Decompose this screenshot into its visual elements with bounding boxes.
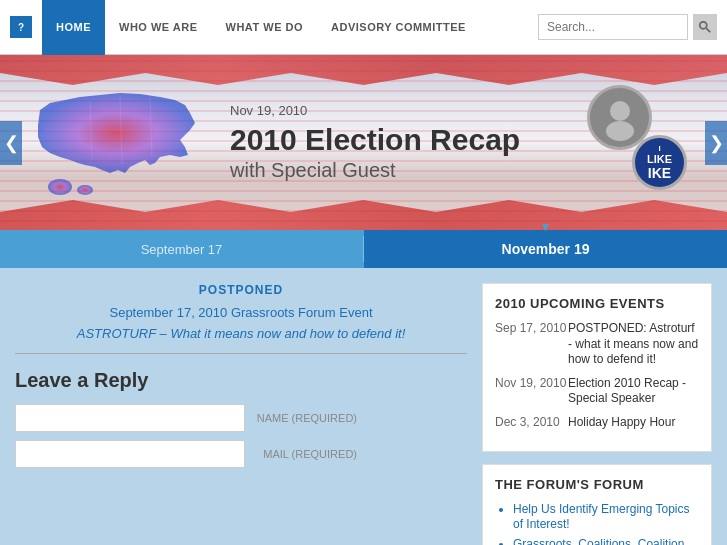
svg-point-0 xyxy=(700,22,707,29)
nav-advisory[interactable]: ADVISORY COMMITTEE xyxy=(317,0,480,55)
event-date-3: Dec 3, 2010 xyxy=(495,415,560,431)
svg-point-7 xyxy=(77,185,93,195)
search-button[interactable] xyxy=(693,14,717,40)
banner-subtitle: with Special Guest xyxy=(230,159,647,182)
nav-what-we-do[interactable]: WHAT WE DO xyxy=(212,0,318,55)
svg-point-6 xyxy=(48,179,72,195)
us-map xyxy=(30,75,220,205)
event-date-2: Nov 19, 2010 xyxy=(495,376,560,407)
next-button[interactable]: ❯ xyxy=(705,121,727,165)
logo: ? xyxy=(10,16,32,38)
event-desc-3: Holiday Happy Hour xyxy=(568,415,675,431)
prev-button[interactable]: ❮ xyxy=(0,121,22,165)
upcoming-events-section: 2010 UPCOMING EVENTS Sep 17, 2010 POSTPO… xyxy=(482,283,712,452)
banner-content: Nov 19, 2010 2010 Election Recap with Sp… xyxy=(230,55,647,230)
event-link[interactable]: September 17, 2010 Grassroots Forum Even… xyxy=(15,305,467,320)
name-input[interactable] xyxy=(15,404,245,432)
divider xyxy=(15,353,467,354)
ike-badge: I LIKE IKE xyxy=(632,135,687,190)
mail-input[interactable] xyxy=(15,440,245,468)
astroturf-link[interactable]: ASTROTURF – What it means now and how to… xyxy=(15,326,467,341)
svg-point-8 xyxy=(610,101,630,121)
nav-who-we-are[interactable]: WHO WE ARE xyxy=(105,0,212,55)
mail-label: MAIL (REQUIRED) xyxy=(245,448,365,460)
nav-home[interactable]: HOME xyxy=(42,0,105,55)
svg-point-9 xyxy=(606,121,634,141)
event-desc-2: Election 2010 Recap - Special Speaker xyxy=(568,376,699,407)
right-column: 2010 UPCOMING EVENTS Sep 17, 2010 POSTPO… xyxy=(482,283,712,545)
name-field-row: NAME (REQUIRED) xyxy=(15,404,385,432)
event-date-1: Sep 17, 2010 xyxy=(495,321,560,368)
forum-item-2[interactable]: Grassroots, Coalitions, Coalition Buildi… xyxy=(513,537,699,545)
search-input[interactable] xyxy=(538,14,688,40)
forum-title: THE FORUM'S FORUM xyxy=(495,477,699,492)
left-column: POSTPONED September 17, 2010 Grassroots … xyxy=(15,283,482,545)
tab-sep17[interactable]: September 17 xyxy=(0,230,363,268)
forum-item-1[interactable]: Help Us Identify Emerging Topics of Inte… xyxy=(513,502,699,533)
forum-section: THE FORUM'S FORUM Help Us Identify Emerg… xyxy=(482,464,712,545)
event-desc-1: POSTPONED: Astroturf - what it means now… xyxy=(568,321,699,368)
leave-reply-heading: Leave a Reply xyxy=(15,369,467,392)
banner-date: Nov 19, 2010 xyxy=(230,103,647,118)
postponed-label: POSTPONED xyxy=(15,283,467,297)
tab-nov19[interactable]: November 19 xyxy=(364,230,727,268)
logo-text: ? xyxy=(18,22,24,33)
main-content: POSTPONED September 17, 2010 Grassroots … xyxy=(0,268,727,545)
main-nav: HOME WHO WE ARE WHAT WE DO ADVISORY COMM… xyxy=(42,0,538,55)
mail-field-row: MAIL (REQUIRED) xyxy=(15,440,385,468)
svg-line-1 xyxy=(706,28,710,32)
header: ? HOME WHO WE ARE WHAT WE DO ADVISORY CO… xyxy=(0,0,727,55)
search-area xyxy=(538,14,717,40)
forum-list: Help Us Identify Emerging Topics of Inte… xyxy=(495,502,699,545)
tab-bar: September 17 November 19 xyxy=(0,230,727,268)
event-row-2: Nov 19, 2010 Election 2010 Recap - Speci… xyxy=(495,376,699,407)
event-row-1: Sep 17, 2010 POSTPONED: Astroturf - what… xyxy=(495,321,699,368)
banner-title: 2010 Election Recap xyxy=(230,123,647,156)
event-row-3: Dec 3, 2010 Holiday Happy Hour xyxy=(495,415,699,431)
upcoming-events-title: 2010 UPCOMING EVENTS xyxy=(495,296,699,311)
name-label: NAME (REQUIRED) xyxy=(245,412,365,424)
banner: ❮ Nov 19, 2010 2010 Election Reca xyxy=(0,55,727,230)
